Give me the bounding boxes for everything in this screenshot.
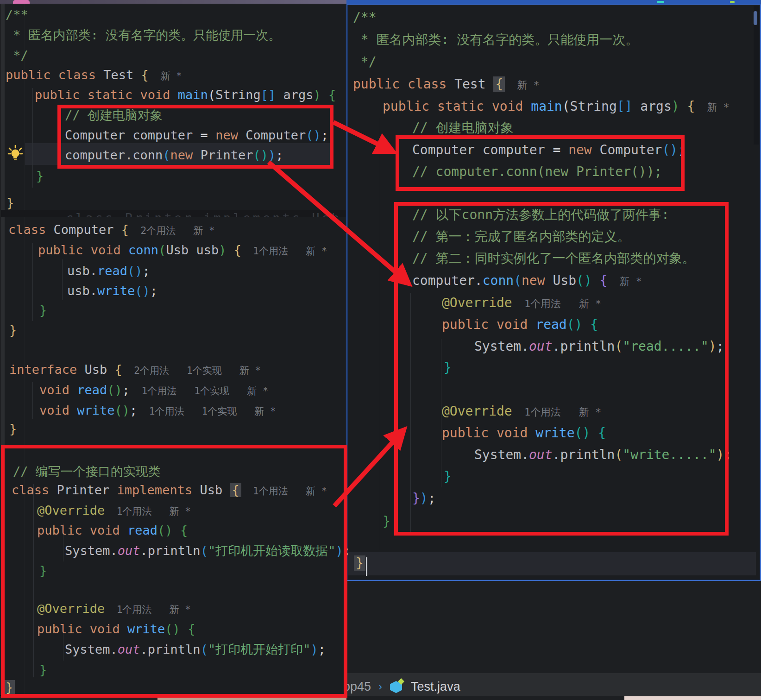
code-token: computer.conn	[65, 148, 163, 162]
code-line[interactable]: void read(); 1个用法 1个实现 新 *	[39, 382, 268, 398]
code-line[interactable]: public void write() {	[37, 621, 195, 637]
code-token: // 创建电脑对象	[65, 108, 163, 122]
code-line[interactable]: /**	[353, 9, 377, 26]
code-line[interactable]: // 创建电脑对象	[65, 107, 163, 123]
code-line[interactable]: interface Usb { 2个用法 1个实现 新 *	[9, 361, 261, 378]
code-token: */	[353, 54, 377, 69]
code-line[interactable]: System.out.println("write.....");	[474, 447, 732, 463]
code-line[interactable]: }	[444, 359, 452, 376]
code-line[interactable]: public class Test { 新 *	[6, 67, 182, 83]
code-token: // 创建电脑对象	[412, 120, 514, 135]
code-token: ()	[575, 425, 598, 441]
code-token: (	[163, 148, 170, 162]
code-token: {	[234, 243, 241, 257]
code-line[interactable]: public static void main(String[] args) {…	[383, 98, 730, 115]
code-token: }	[444, 469, 452, 484]
code-line[interactable]: @Override 1个用法 新 *	[442, 295, 601, 311]
code-line[interactable]: public void read() {	[442, 316, 598, 333]
code-line[interactable]: computer.conn(new Usb() { 新 *	[412, 272, 642, 289]
code-token: */	[6, 48, 28, 63]
code-token: Test	[103, 68, 141, 82]
code-line[interactable]: // 第二：同时实例化了一个匿名内部类的对象。	[412, 250, 695, 267]
code-token: ()	[662, 142, 678, 158]
scrollbar-track[interactable]	[754, 6, 759, 145]
code-token: // 编写一个接口的实现类	[13, 464, 161, 479]
code-line[interactable]: /**	[6, 6, 28, 23]
code-line[interactable]: }	[39, 302, 47, 318]
code-token: void	[39, 403, 77, 417]
code-line[interactable]: // 创建电脑对象	[412, 120, 514, 136]
code-line[interactable]: }	[4, 679, 15, 695]
code-token: "write....."	[623, 447, 716, 462]
code-line[interactable]: }	[6, 195, 14, 211]
code-token: ()	[157, 523, 180, 537]
code-line[interactable]: usb.write();	[67, 283, 157, 299]
code-line[interactable]: }	[36, 168, 44, 184]
code-token: }	[9, 323, 17, 337]
code-line[interactable]: System.out.println("read.....");	[474, 338, 724, 355]
editor-pane-left[interactable]: class Printer implements Usb	[0, 4, 346, 696]
code-token: (	[208, 88, 215, 102]
code-line[interactable]: }	[444, 468, 452, 485]
code-token: {	[590, 317, 598, 332]
code-token: Usb usb	[166, 243, 219, 257]
code-line[interactable]: }	[9, 322, 17, 338]
code-line[interactable]: // 以下conn方法参数上的代码做了两件事:	[412, 207, 669, 223]
code-line[interactable]: */	[353, 54, 377, 70]
code-line[interactable]: public static void main(String[] args) {	[35, 87, 336, 103]
code-token: read	[535, 317, 566, 332]
code-line[interactable]: Computer computer = new Computer();	[65, 127, 328, 143]
code-line[interactable]: */	[6, 47, 28, 63]
code-line[interactable]: }	[383, 513, 390, 530]
intention-bulb-icon[interactable]	[6, 145, 24, 162]
code-token: Computer computer	[65, 128, 201, 142]
code-token: out	[118, 543, 140, 558]
code-line[interactable]: computer.conn(new Printer());	[65, 147, 283, 163]
code-line[interactable]: // computer.conn(new Printer());	[412, 164, 662, 180]
code-line[interactable]: class Computer { 2个用法 新 *	[8, 221, 215, 238]
code-token: 1个用法 新 *	[241, 485, 327, 497]
breadcrumb-file[interactable]: Test.java	[411, 680, 460, 694]
code-token: conn	[483, 273, 514, 288]
code-line[interactable]: // 第一：完成了匿名内部类的定义。	[412, 228, 630, 245]
code-line[interactable]: }	[354, 555, 365, 572]
background-window-strip	[0, 0, 346, 4]
code-line[interactable]: @Override 1个用法 新 *	[37, 502, 191, 518]
code-token: main	[178, 88, 208, 102]
code-token: =	[553, 142, 568, 158]
code-line[interactable]: public void read() {	[37, 522, 188, 538]
code-line[interactable]: * 匿名内部类: 没有名字的类。只能使用一次。	[6, 27, 281, 43]
code-line[interactable]: * 匿名内部类: 没有名字的类。只能使用一次。	[353, 32, 638, 48]
code-line[interactable]: @Override 1个用法 新 *	[442, 403, 601, 420]
code-token: // 以下conn方法参数上的代码做了两件事:	[412, 207, 669, 222]
code-line[interactable]: public void conn(Usb usb) { 1个用法 新 *	[38, 242, 327, 258]
panel-top-border	[346, 0, 761, 4]
code-token: .println	[140, 543, 201, 558]
code-token: out	[529, 339, 553, 354]
code-token: Usb	[200, 483, 230, 497]
code-token: )	[219, 243, 234, 257]
code-token: ;	[143, 264, 150, 278]
scrollbar-thumb[interactable]	[754, 11, 757, 25]
code-token: {	[687, 99, 695, 114]
code-line[interactable]: public class Test { 新 *	[353, 76, 540, 93]
code-token: public class	[353, 76, 454, 92]
code-line[interactable]: @Override 1个用法 新 *	[37, 600, 191, 617]
code-line[interactable]: System.out.println("打印机开始打印");	[65, 641, 326, 657]
code-line[interactable]: }	[9, 421, 17, 437]
code-token: new	[568, 142, 599, 158]
code-line[interactable]: usb.read();	[67, 263, 150, 279]
code-line[interactable]: void write(); 1个用法 1个实现 新 *	[39, 402, 276, 418]
code-token: )	[717, 447, 724, 462]
code-line[interactable]: });	[412, 490, 436, 507]
code-token: new	[170, 148, 201, 162]
code-line[interactable]: }	[39, 562, 47, 579]
code-line[interactable]: }	[39, 662, 47, 678]
code-line[interactable]: Computer computer = new Computer();	[412, 142, 686, 158]
code-token: =	[201, 128, 216, 142]
code-line[interactable]: // 编写一个接口的实现类	[13, 463, 161, 479]
code-line[interactable]: class Printer implements Usb { 1个用法 新 *	[12, 482, 327, 498]
code-token: {	[328, 88, 336, 102]
code-line[interactable]: public void write() {	[442, 425, 606, 441]
code-line[interactable]: System.out.println("打印机开始读取数据");	[65, 542, 351, 559]
